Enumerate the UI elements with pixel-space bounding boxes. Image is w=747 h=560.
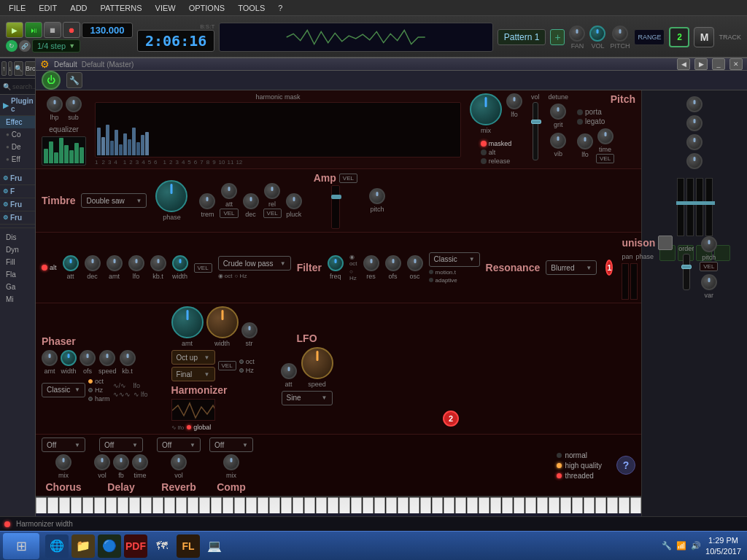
white-key[interactable] [246,497,257,513]
menu-tools[interactable]: TOOLS [232,2,271,14]
white-key[interactable] [199,497,210,513]
filter-classic-dropdown[interactable]: Classic ▼ [429,252,480,267]
lfo-wave-dropdown[interactable]: Sine ▼ [282,391,333,405]
white-key[interactable] [467,497,478,513]
motion-t-checkbox[interactable]: motion.t [429,269,480,276]
menu-add[interactable]: ADD [64,2,93,14]
rp-slider-4[interactable] [705,178,713,236]
rp-knob-1[interactable] [686,96,703,112]
porta-control[interactable]: porta [577,108,635,116]
freq-knob[interactable] [328,255,344,271]
lhp-knob[interactable] [47,96,63,112]
link-btn[interactable]: 🔗 [19,40,31,52]
phaser-dropdown[interactable]: Classic ▼ [42,383,85,397]
white-key[interactable] [549,497,560,513]
sub-knob[interactable] [66,96,82,112]
mix-knob[interactable] [470,93,502,125]
menu-patterns[interactable]: PATTERNS [95,2,148,14]
white-key[interactable] [432,497,443,513]
white-key[interactable] [164,497,175,513]
menu-help[interactable]: ? [272,2,288,14]
white-key[interactable] [36,497,47,513]
att-vel-btn[interactable]: VEL [220,209,238,218]
white-key[interactable] [176,497,187,513]
harm-oct-radio[interactable]: oct [239,358,255,365]
dec-knob[interactable] [243,193,259,209]
lfo-att-knob[interactable] [281,363,297,379]
white-key[interactable] [374,497,385,513]
res-knob[interactable] [363,255,379,271]
pan-slider[interactable] [622,263,629,300]
taskbar-maps-icon[interactable]: 🗺 [150,534,174,558]
phaser-ofs-knob[interactable] [80,350,96,366]
menu-view[interactable]: VIEW [150,2,182,14]
wrench-btn[interactable]: 🔧 [66,72,82,88]
white-key[interactable] [514,497,525,513]
record2-btn[interactable]: ⏺ [63,22,80,38]
grit-knob[interactable] [550,104,566,120]
play-btn[interactable]: ⏯ [25,22,42,38]
att-knob[interactable] [221,183,237,199]
sidebar-item-effec[interactable]: Effec [0,116,35,128]
var-knob[interactable] [701,274,717,290]
prev-preset-btn[interactable]: ◀ [677,58,690,70]
white-key[interactable] [363,497,374,513]
amp-slider[interactable] [331,185,340,229]
pluck-knob[interactable] [286,193,302,209]
lfo-mix-knob[interactable] [506,93,522,109]
plugin-icon[interactable]: ⚙ [40,58,50,70]
menu-file[interactable]: FILE [3,2,31,14]
white-key[interactable] [490,497,501,513]
comp-mix-knob[interactable] [223,454,239,470]
white-key[interactable] [47,497,58,513]
white-key[interactable] [630,497,641,513]
chorus-dropdown[interactable]: Off ▼ [42,438,85,452]
sidebar-section-fru2[interactable]: ⚙ Fru [0,198,35,211]
pitch-vel-btn[interactable]: VEL [700,262,718,271]
harm-vel-btn[interactable]: VEL [218,361,236,370]
white-key[interactable] [316,497,327,513]
harm-hz-radio[interactable]: Hz [239,367,255,374]
sidebar-section-fru[interactable]: ⚙ Fru [0,172,35,185]
sidebar-up-btn[interactable]: ↑ [1,61,7,76]
release-checkbox[interactable]: release [481,158,512,165]
white-key[interactable] [584,497,595,513]
taskbar-chrome-icon[interactable]: 🔵 [98,534,121,558]
alt-checkbox[interactable]: alt [481,149,512,156]
order-slider[interactable] [683,254,690,290]
vol-knob[interactable] [589,26,605,42]
white-key[interactable] [339,497,350,513]
menu-edit[interactable]: EDIT [33,2,63,14]
phaser-hz-radio[interactable]: Hz [88,386,110,394]
phase-knob[interactable] [155,180,187,212]
white-key[interactable] [269,497,280,513]
rel-vel-btn[interactable]: VEL [263,209,282,218]
final-dropdown[interactable]: Final ▼ [171,367,215,381]
white-key[interactable] [141,497,152,513]
white-key[interactable] [351,497,362,513]
sidebar-item-de[interactable]: ● De [0,141,35,153]
start-button[interactable]: ⊞ [3,533,39,559]
white-key[interactable] [82,497,93,513]
white-key[interactable] [129,497,140,513]
phaser-amt-knob[interactable] [42,350,58,366]
lfo-pitch-knob[interactable] [577,133,593,149]
master-btn[interactable]: M [694,27,714,47]
phase-slider[interactable] [630,263,638,300]
white-key[interactable] [258,497,268,513]
trem-knob[interactable] [199,193,215,209]
rp-knob-3[interactable] [686,134,703,150]
white-key[interactable] [420,497,431,513]
harm-amt-knob[interactable] [171,306,204,338]
timbre-dropdown[interactable]: Double saw ▼ [81,193,147,208]
oct-up-dropdown[interactable]: Oct up ▼ [171,350,215,365]
white-key[interactable] [479,497,489,513]
filter-lfo-knob[interactable] [128,255,144,271]
filter-amt-knob[interactable] [107,255,123,271]
white-key[interactable] [537,497,548,513]
taskbar-pdf-icon[interactable]: PDF [124,534,147,558]
white-key[interactable] [525,497,536,513]
white-key[interactable] [619,497,630,513]
high-quality-radio[interactable]: high quality [557,462,602,470]
white-key[interactable] [293,497,303,513]
